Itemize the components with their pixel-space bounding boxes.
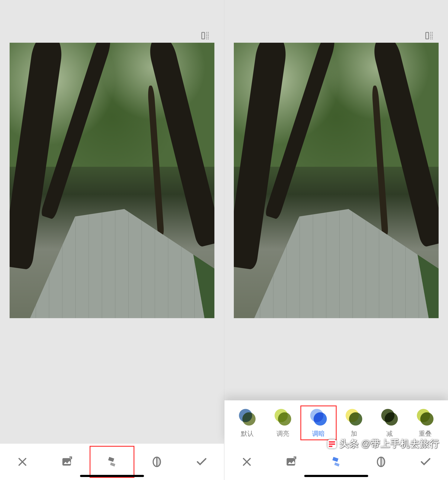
watermark-handle: @带上手机去旅行 [361,438,440,450]
home-indicator[interactable] [80,475,144,477]
pane-right: 默认调亮调暗加减重叠 [224,0,448,480]
style-strip: 默认调亮调暗加减重叠 [224,400,448,444]
mask-button[interactable] [365,449,397,475]
pane-left [0,0,224,480]
style-default[interactable]: 默认 [231,409,263,438]
confirm-button[interactable] [186,449,218,475]
watermark: 头条 @带上手机去旅行 [327,438,440,450]
styles-button[interactable] [320,449,352,475]
watermark-prefix: 头条 [339,438,359,450]
style-darken[interactable]: 调暗 [303,409,335,438]
close-button[interactable] [7,449,38,475]
style-label: 调亮 [276,429,289,438]
styles-button[interactable] [96,449,128,475]
photo-preview [10,43,214,318]
toutiao-icon [327,438,337,449]
style-label: 重叠 [419,429,432,438]
home-indicator[interactable] [304,475,368,477]
add-image-button[interactable] [51,449,83,475]
mask-button[interactable] [141,449,173,475]
style-swatch-icon [239,409,255,425]
canvas-right[interactable] [224,43,448,342]
style-label: 调暗 [312,429,325,438]
close-button[interactable] [231,449,263,475]
canvas-left[interactable] [0,43,224,359]
header-right [224,0,448,43]
header-left [0,0,224,43]
svg-rect-7 [329,446,333,447]
style-swatch-icon [381,409,398,425]
style-subtract[interactable]: 减 [373,409,406,438]
style-swatch-icon [417,409,434,425]
confirm-button[interactable] [410,449,441,475]
svg-rect-6 [329,443,335,445]
style-swatch-icon [275,409,291,425]
highlight-box [90,446,134,478]
style-swatch-icon [346,409,362,425]
style-label: 加 [351,429,357,438]
style-add[interactable]: 加 [338,409,370,438]
svg-rect-5 [329,441,335,442]
svg-rect-2 [426,32,429,39]
style-label: 默认 [241,429,254,438]
style-label: 减 [386,429,393,438]
style-swatch-icon [310,409,327,425]
compare-button[interactable] [424,30,435,42]
style-overlay[interactable]: 重叠 [409,409,441,438]
svg-rect-0 [202,32,205,39]
bottom-toolbar-left [0,444,224,480]
photo-preview [234,43,439,318]
add-image-button[interactable] [276,449,307,475]
style-lighten[interactable]: 调亮 [267,409,299,438]
compare-button[interactable] [200,30,211,42]
